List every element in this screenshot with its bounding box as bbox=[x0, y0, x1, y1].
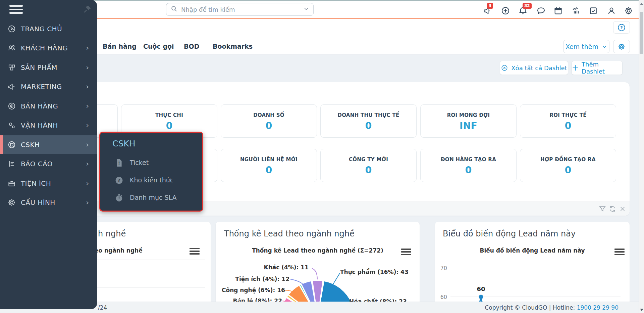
tab-ban-hang[interactable]: Bán hàng bbox=[103, 40, 137, 53]
clear-all-dashlet-label: Xóa tất cả Dashlet bbox=[511, 64, 567, 72]
search-input[interactable] bbox=[181, 6, 300, 13]
sidebar-item-khach-hang[interactable]: KHÁCH HÀNG › bbox=[0, 39, 97, 57]
plus-icon: + bbox=[572, 64, 579, 71]
notifications-badge: 82 bbox=[523, 3, 532, 9]
products-icon bbox=[7, 63, 16, 72]
sidebar-item-label: VẬN HÀNH bbox=[21, 121, 58, 129]
kpi-card-nguoi-lien-he-moi: NGƯỜI LIÊN HỆ MỚI 0 bbox=[221, 149, 317, 182]
kpi-card-doanh-so: DOANH SỐ 0 bbox=[221, 104, 317, 138]
kpi-title: ROI THỰC TẾ bbox=[520, 112, 616, 118]
pin-icon[interactable] bbox=[83, 5, 92, 14]
global-search[interactable] bbox=[166, 3, 314, 16]
kpi-title: DOANH SỐ bbox=[221, 112, 317, 118]
y-tick-60: 60 bbox=[440, 294, 447, 300]
kpi-card-roi-thuc-te: ROI THỰC TẾ 0 bbox=[520, 104, 616, 138]
pie-label-khac: Khác (4%): 11 bbox=[258, 264, 309, 271]
close-icon[interactable] bbox=[618, 205, 627, 213]
tab-cuoc-goi[interactable]: Cuộc gọi bbox=[143, 40, 174, 53]
ticket-icon: ! bbox=[114, 158, 124, 168]
sidebar-item-label: CẤU HÌNH bbox=[21, 198, 55, 207]
flyout-item-ticket[interactable]: ! Ticket bbox=[100, 155, 202, 170]
flyout-item-danh-muc-sla[interactable]: Danh mục SLA bbox=[100, 190, 202, 205]
kpi-title: HỢP ĐỒNG TẠO RA bbox=[520, 156, 616, 163]
kpi-title: ĐƠN HÀNG TẠO RA bbox=[421, 156, 516, 163]
svg-text:!: ! bbox=[118, 161, 120, 166]
tab-bod[interactable]: BOD bbox=[184, 40, 199, 53]
xem-them-button[interactable]: Xem thêm bbox=[563, 40, 609, 53]
stopwatch-icon bbox=[114, 193, 124, 203]
gear-icon bbox=[618, 43, 626, 51]
dashboard-icon bbox=[7, 25, 16, 33]
sidebar-item-van-hanh[interactable]: VẬN HÀNH › bbox=[0, 116, 97, 135]
kpi-value: 0 bbox=[520, 120, 616, 131]
sidebar: TRANG CHỦ KHÁCH HÀNG › SẢN PHẨM › MARKET… bbox=[0, 0, 97, 309]
sidebar-item-marketing[interactable]: MARKETING › bbox=[0, 77, 97, 96]
chevron-right-icon: › bbox=[86, 82, 89, 91]
sidebar-item-label: TRANG CHỦ bbox=[21, 25, 62, 33]
megaphone-icon bbox=[7, 82, 16, 91]
kpi-value: 0 bbox=[221, 120, 317, 131]
lifebuoy-icon bbox=[7, 140, 16, 149]
search-icon bbox=[170, 5, 178, 14]
scrollbar-thumb[interactable] bbox=[640, 12, 643, 54]
hotline-label: Hotline: bbox=[553, 304, 575, 311]
svg-text:?: ? bbox=[620, 25, 623, 30]
analytics-icon[interactable] bbox=[571, 6, 581, 16]
filter-icon[interactable] bbox=[598, 205, 607, 213]
calendar-icon[interactable] bbox=[553, 6, 563, 16]
help-button[interactable]: ? bbox=[613, 21, 630, 34]
add-circle-icon[interactable] bbox=[500, 6, 511, 16]
flyout-item-label: Kho kiến thức bbox=[130, 176, 173, 184]
sidebar-item-bao-cao[interactable]: BÁO CÁO › bbox=[0, 154, 97, 173]
customers-icon bbox=[7, 44, 16, 52]
refresh-icon[interactable] bbox=[608, 205, 617, 213]
search-dropdown-chevron-icon[interactable] bbox=[303, 6, 309, 13]
kpi-value: 0 bbox=[221, 165, 317, 176]
chevron-down-icon bbox=[602, 44, 607, 49]
chart-menu-icon[interactable] bbox=[190, 248, 200, 255]
flyout-item-kho-kien-thuc[interactable]: ? Kho kiến thức bbox=[100, 173, 202, 188]
scroll-down-icon[interactable] bbox=[640, 309, 643, 311]
add-dashlet-button[interactable]: + Thêm Dashlet bbox=[572, 61, 623, 75]
menu-toggle-icon[interactable] bbox=[9, 5, 23, 16]
kpi-value: 0 bbox=[121, 120, 217, 131]
hotline-number[interactable]: 1900 29 29 90 bbox=[577, 304, 619, 311]
copyright-text: Copyright © CloudGO bbox=[485, 304, 547, 311]
scroll-up-icon[interactable] bbox=[640, 3, 643, 5]
sidebar-item-cau-hinh[interactable]: CẤU HÌNH › bbox=[0, 193, 97, 212]
clear-all-dashlet-button[interactable]: Xóa tất cả Dashlet bbox=[500, 61, 568, 75]
settings-icon[interactable] bbox=[624, 6, 634, 16]
notifications-icon[interactable]: 82 bbox=[518, 6, 528, 16]
tasks-icon[interactable] bbox=[588, 6, 598, 16]
sidebar-item-trang-chu[interactable]: TRANG CHỦ bbox=[0, 19, 97, 38]
kpi-card-cong-ty-moi: CÔNG TY MỚI 0 bbox=[320, 149, 417, 182]
knowledge-base-icon: ? bbox=[114, 176, 124, 185]
sidebar-item-tien-ich[interactable]: TIỆN ÍCH › bbox=[0, 174, 97, 193]
chat-icon[interactable] bbox=[536, 6, 546, 16]
chevron-right-icon: › bbox=[86, 140, 89, 149]
sidebar-item-ban-hang[interactable]: BÁN HÀNG › bbox=[0, 97, 97, 116]
footer-copyright: Copyright © CloudGO | Hotline: 1900 29 2… bbox=[485, 304, 619, 311]
xem-them-label: Xem thêm bbox=[566, 43, 598, 50]
chevron-right-icon: › bbox=[86, 63, 89, 72]
dashboard-settings-button[interactable] bbox=[613, 40, 630, 53]
profile-icon[interactable] bbox=[606, 6, 616, 16]
kpi-value: INF bbox=[421, 120, 516, 131]
chevron-right-icon: › bbox=[86, 198, 89, 207]
footer-divider: | bbox=[549, 304, 551, 311]
sidebar-item-san-pham[interactable]: SẢN PHẨM › bbox=[0, 58, 97, 77]
chevron-right-icon: › bbox=[86, 44, 89, 52]
add-dashlet-label: Thêm Dashlet bbox=[582, 61, 622, 75]
gridline bbox=[97, 287, 205, 287]
kpi-value: 0 bbox=[321, 120, 416, 131]
sidebar-item-cskh[interactable]: CSKH › bbox=[0, 135, 97, 154]
vertical-scrollbar[interactable] bbox=[639, 0, 644, 313]
announcement-icon[interactable]: 3 bbox=[482, 6, 492, 16]
kpi-card-don-hang-tao-ra: ĐƠN HÀNG TẠO RA 0 bbox=[420, 149, 517, 182]
flyout-item-label: Ticket bbox=[130, 159, 149, 166]
svg-text:?: ? bbox=[118, 177, 120, 183]
tab-bookmarks[interactable]: Bookmarks bbox=[213, 40, 253, 53]
chevron-right-icon: › bbox=[86, 160, 89, 168]
sidebar-item-label: SẢN PHẨM bbox=[21, 63, 57, 72]
chevron-right-icon: › bbox=[86, 102, 89, 110]
